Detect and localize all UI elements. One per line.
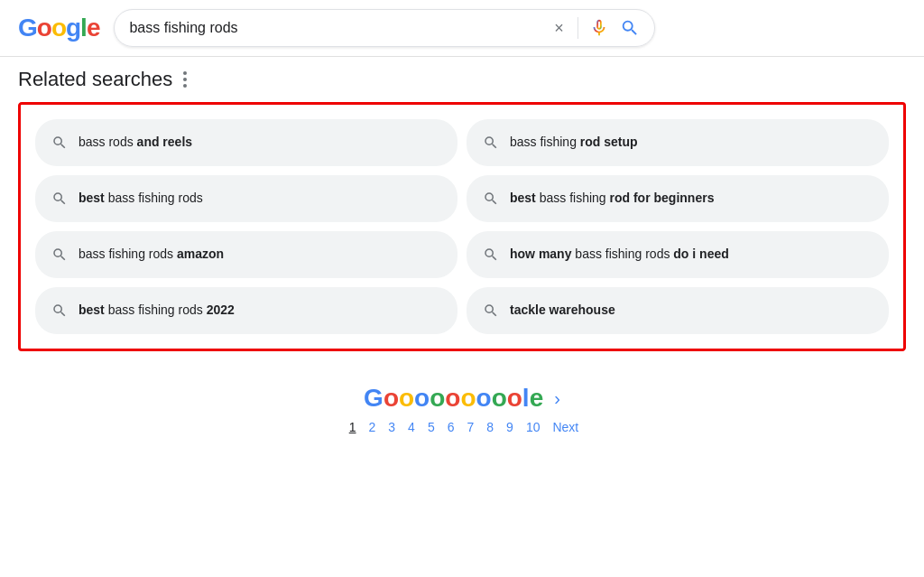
- page-6[interactable]: 6: [444, 418, 458, 436]
- main-content: Related searches bass rods and reels bas…: [0, 57, 924, 447]
- chip-text: tackle warehouse: [510, 302, 615, 320]
- search-chip-icon: [51, 135, 68, 151]
- search-chip-icon: [483, 302, 499, 319]
- chip-how-many-bass-fishing-rods[interactable]: how many bass fishing rods do i need: [467, 231, 889, 278]
- divider: [578, 17, 578, 39]
- chip-best-bass-fishing-rods[interactable]: best bass fishing rods: [35, 175, 457, 222]
- page-10[interactable]: 10: [522, 418, 544, 436]
- page-9[interactable]: 9: [503, 418, 517, 436]
- search-bar-icons: ×: [550, 17, 640, 39]
- chip-text: how many bass fishing rods do i need: [510, 246, 729, 264]
- chip-best-bass-fishing-rod-beginners[interactable]: best bass fishing rod for beginners: [467, 175, 889, 222]
- search-chip-icon: [483, 135, 499, 151]
- page-8[interactable]: 8: [483, 418, 497, 436]
- search-button[interactable]: [620, 18, 640, 38]
- chip-text: bass fishing rods amazon: [79, 246, 224, 264]
- page-1[interactable]: 1: [346, 418, 360, 436]
- related-heading-row: Related searches: [18, 68, 906, 91]
- page-4[interactable]: 4: [404, 418, 419, 436]
- chip-bass-fishing-rod-setup[interactable]: bass fishing rod setup: [467, 119, 889, 166]
- page-3[interactable]: 3: [384, 418, 399, 436]
- search-chip-icon: [483, 247, 499, 263]
- chip-best-bass-fishing-rods-2022[interactable]: best bass fishing rods 2022: [35, 287, 457, 334]
- related-searches-box: bass rods and reels bass fishing rod set…: [18, 102, 906, 351]
- kebab-menu-icon[interactable]: [180, 68, 190, 91]
- page-5[interactable]: 5: [424, 418, 439, 436]
- pagination-next-arrow[interactable]: ›: [554, 388, 560, 409]
- search-chip-icon: [51, 302, 68, 319]
- google-pagination-logo: Gooooooooole: [364, 384, 543, 413]
- next-link[interactable]: Next: [552, 420, 578, 434]
- chip-tackle-warehouse[interactable]: tackle warehouse: [467, 287, 889, 334]
- chip-bass-fishing-rods-amazon[interactable]: bass fishing rods amazon: [35, 231, 457, 278]
- page-numbers: 1 2 3 4 5 6 7 8 9 10 Next: [18, 418, 906, 436]
- pagination: Gooooooooole ›: [18, 384, 906, 413]
- chip-text: bass rods and reels: [79, 134, 192, 152]
- chip-text: bass fishing rod setup: [510, 134, 638, 152]
- header: Google ×: [0, 0, 924, 57]
- mic-icon[interactable]: [589, 18, 609, 38]
- clear-icon[interactable]: ×: [550, 20, 567, 36]
- search-bar[interactable]: ×: [114, 9, 655, 47]
- chip-text: best bass fishing rods 2022: [79, 302, 235, 320]
- chip-bass-rods-and-reels[interactable]: bass rods and reels: [35, 119, 457, 166]
- related-searches-heading: Related searches: [18, 68, 172, 91]
- search-input[interactable]: [129, 20, 541, 36]
- search-chip-icon: [51, 191, 68, 207]
- page-2[interactable]: 2: [365, 418, 380, 436]
- google-logo: Google: [18, 14, 99, 42]
- search-chip-icon: [51, 247, 68, 263]
- search-chip-icon: [483, 191, 499, 207]
- page-7[interactable]: 7: [464, 418, 478, 436]
- chip-text: best bass fishing rod for beginners: [510, 190, 714, 208]
- chip-text: best bass fishing rods: [79, 190, 203, 208]
